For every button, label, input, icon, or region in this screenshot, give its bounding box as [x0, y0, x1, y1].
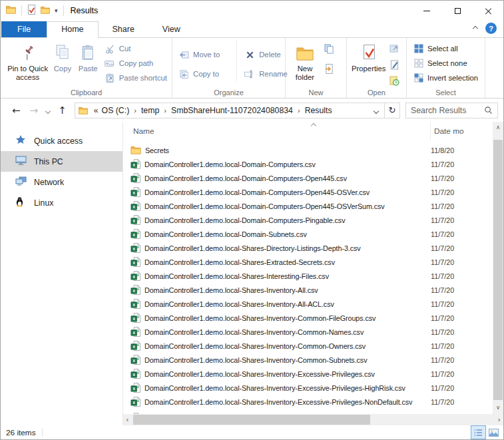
copy-path-button[interactable]: Copy path [103, 56, 168, 71]
select-none-icon [413, 59, 424, 68]
delete-button[interactable]: Delete [243, 47, 291, 62]
breadcrumb[interactable]: « OS (C:) › temp › SmbShareHunt-11072024… [75, 103, 385, 118]
breadcrumb-segment[interactable]: SmbShareHunt-11072024080834 [170, 106, 294, 115]
move-to-icon [178, 51, 190, 59]
search-icon[interactable] [484, 106, 493, 114]
vertical-scrollbar[interactable]: ∧ ∨ [493, 122, 503, 414]
copy-to-button[interactable]: Copy to [177, 67, 230, 81]
address-dropdown-icon[interactable] [368, 106, 384, 115]
rename-button[interactable]: Rename [243, 67, 291, 81]
large-icons-view-button[interactable] [487, 426, 501, 439]
help-button[interactable]: ? [485, 23, 497, 34]
breadcrumb-segment[interactable]: temp [140, 106, 160, 115]
recent-locations-icon[interactable] [43, 106, 53, 115]
csv-file-icon: ax [130, 257, 140, 267]
qat-separator [21, 5, 22, 16]
file-date: 11/7/20 [431, 272, 493, 280]
file-row[interactable]: ax DomainController1.demo.local-Shares-E… [123, 255, 493, 269]
tab-file[interactable]: File [1, 21, 47, 37]
breadcrumb-segment[interactable]: OS (C:) [101, 106, 130, 115]
properties-button[interactable]: Properties [352, 40, 386, 75]
close-button[interactable] [473, 1, 503, 21]
pin-to-quick-access-button[interactable]: Pin to Quick access [5, 40, 50, 82]
horizontal-scrollbar-thumb[interactable] [133, 415, 370, 425]
invert-selection-button[interactable]: Invert selection [411, 71, 479, 85]
file-row[interactable]: ax DomainController1.demo.local-Shares-I… [123, 283, 493, 297]
ribbon-tab-bar: File Home Share View ? [1, 21, 503, 38]
select-none-button[interactable]: Select none [411, 56, 479, 71]
file-row[interactable]: ax DomainController1.demo.local-Shares-I… [123, 353, 493, 367]
select-all-button[interactable]: Select all [411, 41, 479, 56]
move-to-button[interactable]: Move to [177, 47, 230, 62]
file-row[interactable]: ax DomainController1.demo.local-Shares-D… [123, 241, 493, 255]
file-row[interactable]: ax DomainController1.demo.local-Domain-S… [123, 227, 493, 241]
paste-button[interactable]: Paste [75, 40, 101, 73]
sidebar-item[interactable]: Linux [1, 192, 123, 213]
file-row[interactable]: ax DomainController1.demo.local-Domain-C… [123, 157, 493, 171]
delete-icon [244, 51, 256, 59]
qat-properties-icon[interactable] [27, 5, 36, 17]
new-item-button[interactable] [322, 41, 345, 56]
file-row[interactable]: ax DomainController1.demo.local-Shares-I… [123, 297, 493, 311]
file-list-pane: Name Date mo Secrets [123, 122, 503, 425]
svg-text:x: x [132, 190, 135, 195]
sidebar-item[interactable]: Quick access [1, 130, 123, 151]
sidebar-item[interactable]: This PC [1, 151, 123, 172]
scroll-right-icon[interactable]: › [498, 415, 501, 424]
tab-view[interactable]: View [148, 22, 194, 37]
details-view-button[interactable] [471, 426, 485, 439]
file-row-partial[interactable] [123, 409, 493, 414]
file-row[interactable]: ax DomainController1.demo.local-Shares-I… [123, 395, 493, 409]
file-row[interactable]: ax DomainController1.demo.local-Domain-C… [123, 185, 493, 199]
svg-text:x: x [132, 344, 135, 349]
maximize-button[interactable] [442, 1, 473, 21]
file-row[interactable]: ax DomainController1.demo.local-Shares-I… [123, 269, 493, 283]
back-button[interactable]: ← [7, 105, 25, 116]
easy-access-button[interactable] [322, 61, 345, 76]
breadcrumb-segment[interactable]: Results [304, 106, 333, 115]
cut-button[interactable]: Cut [103, 41, 168, 56]
ribbon-group-open: Properties [347, 38, 407, 98]
column-header-date[interactable]: Date mo [431, 122, 493, 140]
search-input[interactable] [411, 106, 484, 115]
file-row[interactable]: ax DomainController1.demo.local-Shares-I… [123, 311, 493, 325]
column-header-name[interactable]: Name [123, 122, 431, 140]
refresh-button[interactable]: ↻ [385, 103, 400, 118]
file-row[interactable]: ax DomainController1.demo.local-Shares-I… [123, 367, 493, 381]
copy-button[interactable]: Copy [50, 40, 75, 73]
file-date: 11/8/20 [431, 146, 493, 154]
sidebar-item[interactable]: Network [1, 172, 123, 192]
tab-share[interactable]: Share [99, 22, 148, 37]
scroll-up-icon[interactable]: ∧ [493, 122, 503, 132]
csv-file-icon: ax [130, 229, 140, 239]
qat-customize-dropdown-icon[interactable]: ▾ [55, 7, 58, 14]
scroll-left-icon[interactable]: ‹ [126, 415, 128, 424]
file-row[interactable]: ax DomainController1.demo.local-Shares-I… [123, 339, 493, 353]
file-row[interactable]: ax DomainController1.demo.local-Shares-I… [123, 381, 493, 395]
new-folder-button[interactable]: New folder [290, 40, 320, 82]
file-row[interactable]: ax DomainController1.demo.local-Domain-C… [123, 199, 493, 213]
csv-file-icon: ax [130, 355, 140, 365]
collapse-ribbon-icon[interactable] [473, 25, 478, 31]
tab-home[interactable]: Home [47, 21, 98, 38]
breadcrumb-chevron-icon[interactable]: › [294, 107, 304, 114]
forward-button[interactable]: → [25, 105, 43, 116]
csv-file-icon: ax [130, 341, 140, 351]
horizontal-scrollbar[interactable]: ‹ › [123, 414, 503, 425]
file-row[interactable]: ax DomainController1.demo.local-Shares-I… [123, 325, 493, 339]
qat-new-folder-icon[interactable] [41, 5, 50, 17]
scroll-down-icon[interactable]: ∨ [493, 402, 503, 413]
breadcrumb-chevron-icon[interactable]: › [130, 107, 140, 114]
minimize-button[interactable] [411, 1, 442, 21]
vertical-scrollbar-thumb[interactable] [493, 140, 503, 400]
file-row[interactable]: ax DomainController1.demo.local-Domain-C… [123, 171, 493, 185]
breadcrumb-overflow-icon[interactable]: « [90, 106, 101, 115]
status-separator [42, 428, 43, 437]
file-row[interactable]: Secrets 11/8/20 [123, 143, 493, 157]
file-row[interactable]: ax DomainController1.demo.local-Domain-C… [123, 213, 493, 227]
up-button[interactable]: ↑ [53, 105, 71, 116]
svg-text:x: x [132, 316, 135, 321]
file-date: 11/7/20 [431, 328, 493, 336]
breadcrumb-chevron-icon[interactable]: › [160, 107, 170, 114]
paste-shortcut-button[interactable]: Paste shortcut [103, 71, 168, 85]
